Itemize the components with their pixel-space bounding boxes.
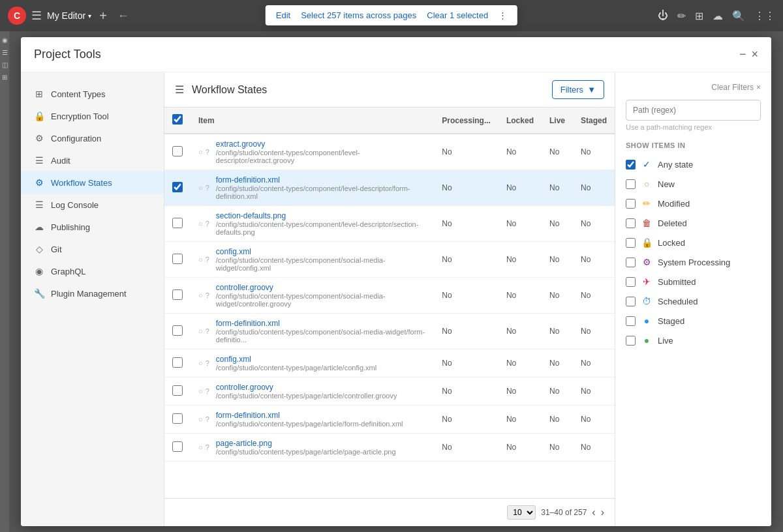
row-checkbox-cell[interactable] (164, 242, 191, 278)
path-regex-input[interactable] (626, 100, 761, 121)
search-icon[interactable]: 🔍 (732, 10, 745, 22)
filter-checkbox-live[interactable] (626, 336, 636, 346)
item-name[interactable]: form-definition.xml (216, 319, 426, 328)
filter-checkbox-modified[interactable] (626, 199, 636, 209)
row-checkbox-cell[interactable] (164, 377, 191, 406)
item-name[interactable]: form-definition.xml (216, 175, 426, 185)
minimize-button[interactable]: − (739, 48, 746, 61)
item-name[interactable]: extract.groovy (216, 140, 426, 149)
filter-state-modified[interactable]: ✏ Modified (626, 194, 761, 213)
filter-state-staged[interactable]: ● Staged (626, 311, 761, 331)
sidebar-item-label: Content Types (51, 89, 106, 99)
row-checkbox-cell[interactable] (164, 206, 191, 242)
sidebar-item-log-console[interactable]: ☰ Log Console (21, 194, 164, 216)
row-checkbox-cell[interactable] (164, 314, 191, 349)
side-icon-1[interactable]: ◉ (2, 37, 8, 44)
row-checkbox[interactable] (172, 146, 183, 156)
staged-cell: No (573, 434, 615, 462)
item-cell: ○ ? section-defaults.png /config/studio/… (191, 206, 434, 242)
row-checkbox-cell[interactable] (164, 349, 191, 377)
row-checkbox[interactable] (172, 385, 183, 396)
row-checkbox[interactable] (172, 182, 183, 192)
app-logo[interactable]: C (8, 7, 26, 25)
menu-icon[interactable]: ☰ (31, 8, 42, 23)
item-name[interactable]: config.xml (216, 355, 376, 364)
row-checkbox-cell[interactable] (164, 406, 191, 434)
apps-icon[interactable]: ⋮⋮ (754, 10, 775, 22)
sidebar-item-content-types[interactable]: ⊞ Content Types (21, 83, 164, 105)
item-name[interactable]: form-definition.xml (216, 411, 403, 420)
filter-checkbox-new[interactable] (626, 179, 636, 189)
edit-icon[interactable]: ✏ (677, 10, 686, 22)
item-name[interactable]: controller.groovy (216, 283, 426, 292)
state-label-scheduled: Scheduled (658, 297, 698, 306)
row-checkbox-cell[interactable] (164, 278, 191, 314)
item-name[interactable]: controller.groovy (216, 383, 397, 392)
filter-state-locked[interactable]: 🔒 Locked (626, 233, 761, 252)
row-checkbox[interactable] (172, 218, 183, 228)
filter-state-scheduled[interactable]: ⏱ Scheduled (626, 291, 761, 311)
select-all-checkbox[interactable] (172, 114, 183, 125)
row-checkbox-cell[interactable] (164, 134, 191, 170)
table-menu-icon[interactable]: ☰ (175, 83, 184, 96)
item-name[interactable]: page-article.png (216, 439, 396, 448)
filter-state-new[interactable]: ○ New (626, 174, 761, 194)
side-icon-4[interactable]: ⊞ (2, 74, 7, 81)
filter-state-system-processing[interactable]: ⚙ System Processing (626, 252, 761, 272)
filter-checkbox-any[interactable] (626, 160, 636, 170)
filter-state-any[interactable]: ✓ Any state (626, 155, 761, 174)
row-checkbox-cell[interactable] (164, 170, 191, 206)
close-button[interactable]: × (751, 48, 758, 61)
sidebar-item-audit[interactable]: ☰ Audit (21, 149, 164, 171)
next-page-button[interactable]: › (601, 507, 604, 518)
filter-checkbox-system-processing[interactable] (626, 258, 636, 267)
side-icon-3[interactable]: ◫ (2, 61, 8, 68)
cloud-icon[interactable]: ☁ (713, 10, 723, 22)
row-checkbox[interactable] (172, 325, 183, 336)
select-all-link[interactable]: Select 257 items across pages (301, 10, 416, 20)
row-checkbox-cell[interactable] (164, 434, 191, 462)
row-checkbox[interactable] (172, 413, 183, 424)
item-icon-1: ○ (198, 415, 203, 423)
sidebar-item-configuration[interactable]: ⚙ Configuration (21, 127, 164, 149)
side-icon-2[interactable]: ☰ (2, 49, 8, 56)
content-area: ☰ Workflow States Filters ▼ (164, 72, 615, 526)
row-checkbox[interactable] (172, 289, 183, 300)
sidebar-item-publishing[interactable]: ☁ Publishing (21, 216, 164, 238)
item-icon-2: ? (206, 256, 209, 263)
item-name[interactable]: config.xml (216, 247, 426, 256)
grid-icon[interactable]: ⊞ (695, 10, 703, 22)
back-button[interactable]: ← (117, 9, 129, 23)
sidebar-item-plugin-management[interactable]: 🔧 Plugin Management (21, 282, 164, 304)
select-all-header[interactable] (164, 108, 191, 134)
filter-checkbox-locked[interactable] (626, 238, 636, 248)
clear-selection-link[interactable]: Clear 1 selected (427, 10, 488, 20)
edit-link[interactable]: Edit (276, 10, 290, 20)
close-icon[interactable]: × (756, 83, 761, 92)
per-page-select[interactable]: 10 (507, 505, 536, 520)
filter-state-deleted[interactable]: 🗑 Deleted (626, 213, 761, 233)
prev-page-button[interactable]: ‹ (592, 507, 595, 518)
filter-state-submitted[interactable]: ✈ Submitted (626, 272, 761, 291)
filter-checkbox-deleted[interactable] (626, 218, 636, 228)
filters-button[interactable]: Filters ▼ (552, 80, 604, 99)
project-tools-sidebar: ⊞ Content Types 🔒 Encryption Tool ⚙ Conf… (21, 72, 164, 526)
sidebar-item-encryption-tool[interactable]: 🔒 Encryption Tool (21, 105, 164, 127)
clear-filters-button[interactable]: Clear Filters × (711, 83, 761, 92)
filter-state-live[interactable]: ● Live (626, 331, 761, 350)
selection-menu-icon[interactable]: ⋮ (499, 10, 507, 20)
sidebar-item-graphql[interactable]: ◉ GraphQL (21, 260, 164, 282)
row-checkbox[interactable] (172, 441, 183, 452)
filter-checkbox-scheduled[interactable] (626, 297, 636, 306)
add-button[interactable]: + (99, 8, 107, 23)
item-name[interactable]: section-defaults.png (216, 211, 426, 220)
power-icon[interactable]: ⏻ (658, 10, 668, 22)
editor-selector[interactable]: My Editor ▾ (47, 10, 91, 21)
sidebar-item-workflow-states[interactable]: ⚙ Workflow States (21, 171, 164, 194)
filter-checkbox-submitted[interactable] (626, 277, 636, 287)
sidebar-item-git[interactable]: ◇ Git (21, 238, 164, 260)
filter-checkbox-staged[interactable] (626, 316, 636, 326)
row-checkbox[interactable] (172, 254, 183, 264)
row-checkbox[interactable] (172, 357, 183, 368)
item-cell: ○ ? config.xml /config/studio/content-ty… (191, 242, 434, 278)
